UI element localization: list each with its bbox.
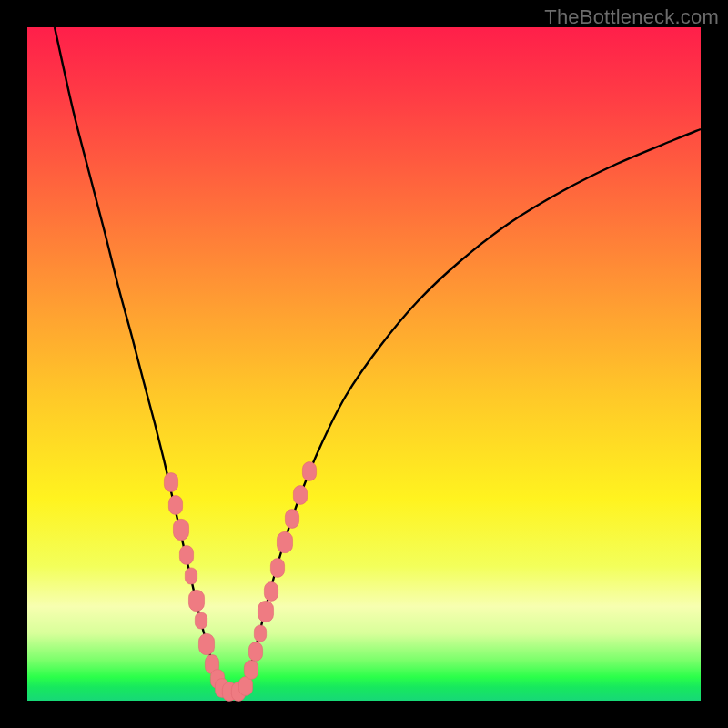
bead — [277, 531, 292, 552]
bead — [293, 486, 307, 505]
bead — [173, 519, 188, 540]
bead — [270, 559, 284, 578]
bead-group — [164, 462, 316, 702]
bead — [188, 590, 204, 611]
bead — [264, 582, 278, 602]
bead — [258, 601, 273, 622]
right-curve — [246, 129, 701, 682]
bead — [238, 677, 252, 696]
bead — [195, 612, 207, 629]
curves-svg — [27, 27, 701, 701]
bead — [185, 568, 197, 584]
chart-frame: TheBottleneck.com — [0, 0, 728, 728]
bead — [302, 462, 316, 481]
left-curve — [55, 27, 220, 682]
bead — [254, 625, 266, 642]
watermark-text: TheBottleneck.com — [544, 5, 719, 29]
bead — [164, 473, 177, 492]
bead — [179, 546, 193, 565]
bead — [285, 510, 298, 529]
bead — [248, 642, 262, 662]
bead — [244, 661, 258, 680]
bead — [168, 496, 182, 515]
bead — [198, 633, 214, 654]
